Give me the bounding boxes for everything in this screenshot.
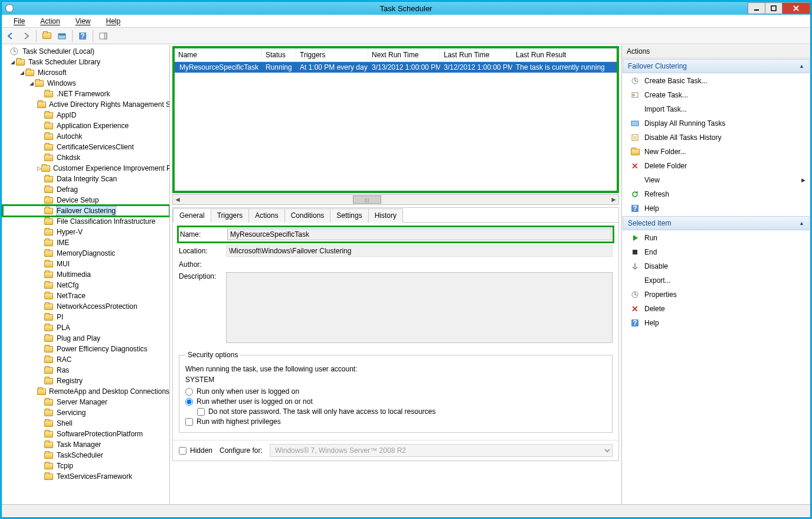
menu-file[interactable]: File bbox=[6, 16, 32, 27]
task-name-input[interactable] bbox=[227, 229, 611, 240]
action-create-task[interactable]: Create Task... bbox=[622, 88, 810, 102]
tree-item-memorydiagnostic[interactable]: MemoryDiagnostic bbox=[3, 248, 169, 259]
tree-item-tcpip[interactable]: Tcpip bbox=[3, 461, 169, 471]
col-name[interactable]: Name bbox=[175, 48, 262, 61]
menu-help[interactable]: Help bbox=[99, 16, 128, 27]
tree-item-mui[interactable]: MUI bbox=[3, 259, 169, 269]
action-view[interactable]: View▶ bbox=[622, 173, 810, 187]
tree-item-hyper-v[interactable]: Hyper-V bbox=[3, 227, 169, 237]
tree-item-power-efficiency-diagnostics[interactable]: Power Efficiency Diagnostics bbox=[3, 344, 169, 354]
scroll-right-icon[interactable]: ► bbox=[609, 195, 618, 204]
tree-item-nettrace[interactable]: NetTrace bbox=[3, 290, 169, 301]
tree-item-servicing[interactable]: Servicing bbox=[3, 407, 169, 418]
toolbar-properties-icon[interactable] bbox=[55, 30, 68, 43]
chk-hidden[interactable] bbox=[179, 447, 186, 455]
horizontal-scrollbar[interactable]: ◄ ||| ► bbox=[172, 194, 619, 205]
actions-group-selected[interactable]: Selected Item▲ bbox=[623, 216, 810, 230]
tree-item-data-integrity-scan[interactable]: Data Integrity Scan bbox=[3, 174, 169, 184]
tab-history[interactable]: History bbox=[368, 208, 403, 223]
toolbar-pane-icon[interactable] bbox=[97, 30, 110, 43]
tree-item-ras[interactable]: Ras bbox=[3, 365, 169, 376]
tree-item-chkdsk[interactable]: Chkdsk bbox=[3, 152, 169, 163]
tree-item-failover-clustering[interactable]: Failover Clustering bbox=[3, 205, 169, 216]
tree-item-file-classification-infrastructure[interactable]: File Classification Infrastructure bbox=[3, 216, 169, 227]
toolbar-help-icon[interactable]: ? bbox=[76, 30, 89, 43]
tab-general[interactable]: General bbox=[173, 208, 211, 223]
close-button[interactable] bbox=[782, 2, 810, 14]
tree-item-multimedia[interactable]: Multimedia bbox=[3, 269, 169, 280]
expand-toggle[interactable]: ▷ bbox=[37, 165, 41, 171]
action-disable[interactable]: Disable bbox=[622, 259, 810, 273]
tree-item-registry[interactable]: Registry bbox=[3, 376, 169, 386]
tree-item-taskscheduler[interactable]: TaskScheduler bbox=[3, 450, 169, 461]
tree-item-pla[interactable]: PLA bbox=[3, 322, 169, 333]
action-properties[interactable]: Properties bbox=[622, 288, 810, 302]
tree-item-device-setup[interactable]: Device Setup bbox=[3, 195, 169, 205]
col-next[interactable]: Next Run Time bbox=[368, 48, 440, 61]
action-help[interactable]: ?Help bbox=[622, 316, 810, 330]
menu-action[interactable]: Action bbox=[33, 16, 67, 27]
tree-root[interactable]: Task Scheduler (Local) bbox=[22, 47, 95, 56]
tree-item-pi[interactable]: PI bbox=[3, 312, 169, 322]
tree-item-certificateservicesclient[interactable]: CertificateServicesClient bbox=[3, 142, 169, 152]
tree-item-textservicesframework[interactable]: TextServicesFramework bbox=[3, 471, 169, 482]
radio-logged-on[interactable] bbox=[185, 388, 193, 396]
tree-library[interactable]: Task Scheduler Library bbox=[28, 58, 101, 66]
action-delete[interactable]: ✕Delete bbox=[622, 302, 810, 316]
scroll-thumb[interactable]: ||| bbox=[353, 195, 381, 204]
col-status[interactable]: Status bbox=[262, 48, 296, 61]
expand-toggle[interactable]: ◢ bbox=[18, 70, 25, 76]
scroll-left-icon[interactable]: ◄ bbox=[173, 195, 182, 204]
tab-conditions[interactable]: Conditions bbox=[284, 208, 331, 223]
menu-view[interactable]: View bbox=[68, 16, 98, 27]
task-list[interactable]: Name Status Triggers Next Run Time Last … bbox=[175, 48, 617, 73]
tree-item-rac[interactable]: RAC bbox=[3, 354, 169, 365]
task-row[interactable]: MyResourceSpecificTask Running At 1:00 P… bbox=[175, 62, 617, 73]
action-run[interactable]: Run bbox=[622, 231, 810, 245]
tab-triggers[interactable]: Triggers bbox=[211, 208, 250, 223]
expand-toggle[interactable]: ◢ bbox=[28, 80, 35, 86]
action-refresh[interactable]: Refresh bbox=[622, 187, 810, 201]
chk-no-store-password[interactable] bbox=[197, 408, 205, 416]
tree-item-remoteapp-and-desktop-connections[interactable]: RemoteApp and Desktop Connections bbox=[3, 386, 169, 397]
col-triggers[interactable]: Triggers bbox=[296, 48, 368, 61]
toolbar-up-icon[interactable] bbox=[40, 30, 53, 43]
tree-item-softwareprotectionplatform[interactable]: SoftwareProtectionPlatform bbox=[3, 429, 169, 439]
tree-item-application-experience[interactable]: Application Experience bbox=[3, 120, 169, 131]
col-result[interactable]: Last Run Result bbox=[512, 48, 617, 61]
tree-item-active-directory-rights-management-services-client[interactable]: Active Directory Rights Management Servi… bbox=[3, 99, 169, 110]
col-last[interactable]: Last Run Time bbox=[440, 48, 512, 61]
action-new-folder[interactable]: New Folder... bbox=[622, 145, 810, 159]
tree-item-ime[interactable]: IME bbox=[3, 237, 169, 248]
actions-group-failover[interactable]: Failover Clustering▲ bbox=[623, 59, 810, 73]
action-help[interactable]: ?Help bbox=[622, 201, 810, 216]
action-disable-all-tasks-history[interactable]: Disable All Tasks History bbox=[622, 130, 810, 145]
tab-actions[interactable]: Actions bbox=[248, 208, 284, 223]
minimize-button[interactable] bbox=[748, 2, 765, 14]
tree-microsoft[interactable]: Microsoft bbox=[37, 68, 67, 77]
titlebar[interactable]: Task Scheduler bbox=[2, 2, 810, 15]
configure-select[interactable]: Windows® 7, Windows Server™ 2008 R2 bbox=[270, 444, 613, 457]
tree-item-task-manager[interactable]: Task Manager bbox=[3, 439, 169, 450]
tree-windows[interactable]: Windows bbox=[47, 79, 77, 87]
tree-item-defrag[interactable]: Defrag bbox=[3, 184, 169, 195]
action-create-basic-task[interactable]: Create Basic Task... bbox=[622, 74, 810, 88]
action-export[interactable]: Export... bbox=[622, 273, 810, 288]
tree-item-netcfg[interactable]: NetCfg bbox=[3, 280, 169, 290]
tree-item-autochk[interactable]: Autochk bbox=[3, 131, 169, 142]
tree-item-customer-experience-improvement-program[interactable]: ▷Customer Experience Improvement Program bbox=[3, 163, 169, 174]
action-delete-folder[interactable]: ✕Delete Folder bbox=[622, 159, 810, 173]
tree-item-shell[interactable]: Shell bbox=[3, 418, 169, 429]
action-display-all-running-tasks[interactable]: Display All Running Tasks bbox=[622, 116, 810, 130]
tree-item-plug-and-play[interactable]: Plug and Play bbox=[3, 333, 169, 344]
radio-logged-on-or-not[interactable] bbox=[185, 398, 193, 406]
action-end[interactable]: End bbox=[622, 245, 810, 259]
description-input[interactable] bbox=[226, 272, 613, 343]
expand-toggle[interactable]: ◢ bbox=[9, 59, 16, 65]
nav-back-button[interactable] bbox=[4, 30, 17, 43]
nav-tree[interactable]: Task Scheduler (Local) ◢ Task Scheduler … bbox=[2, 45, 170, 504]
tree-item-server-manager[interactable]: Server Manager bbox=[3, 397, 169, 407]
chk-highest-priv[interactable] bbox=[185, 418, 193, 426]
action-import-task[interactable]: Import Task... bbox=[622, 102, 810, 116]
maximize-button[interactable] bbox=[765, 2, 782, 14]
